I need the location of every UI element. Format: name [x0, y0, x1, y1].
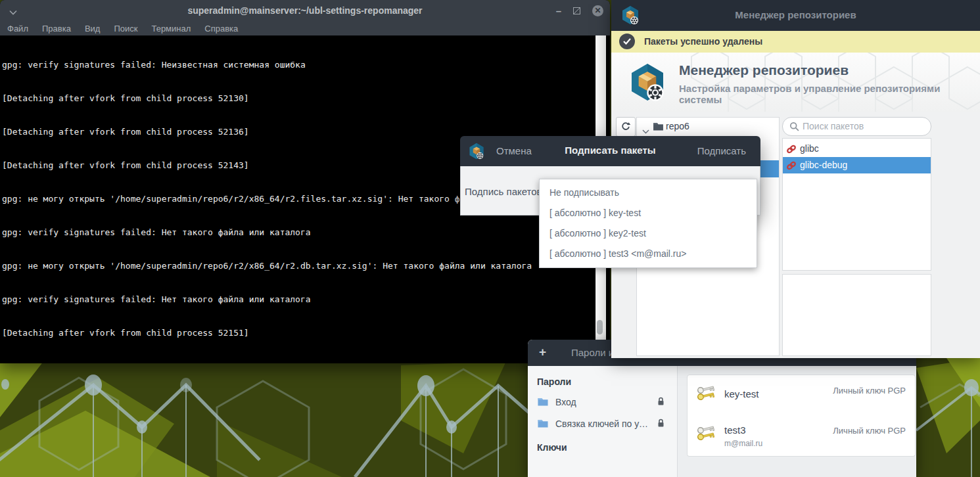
key-pair-icon — [695, 384, 718, 407]
passwords-header: Пароли — [537, 376, 571, 387]
terminal-menubar: Файл Правка Вид Поиск Терминал Справка — [0, 21, 610, 35]
package-row-glibc-debug[interactable]: glibc-debug — [783, 157, 931, 173]
dropdown-option-test3[interactable]: [ абсолютно ] test3 <m@mail.ru> — [540, 244, 757, 264]
sidebar-item-label: Вход — [555, 397, 576, 407]
key-email: m@mail.ru — [724, 439, 762, 448]
package-list: glibc glibc-debug — [782, 138, 931, 271]
sign-button[interactable]: Подписать — [697, 145, 746, 156]
package-detail-panel — [782, 274, 931, 356]
folder-icon — [653, 122, 664, 133]
chevron-down-icon[interactable] — [642, 125, 649, 137]
key-row[interactable]: key-test Личный ключ PGP — [687, 375, 916, 417]
restore-icon[interactable] — [573, 7, 580, 14]
refresh-icon — [620, 120, 631, 133]
key-type: Личный ключ PGP — [833, 386, 906, 396]
keyring-window: + Пароли и ключи Пароли Вход Связка ключ… — [528, 340, 916, 477]
sidebar-item-login[interactable]: Вход — [528, 392, 677, 412]
menu-help[interactable]: Справка — [204, 24, 238, 34]
check-icon — [619, 34, 635, 49]
package-name: glibc-debug — [800, 160, 847, 170]
refresh-button[interactable] — [616, 117, 636, 137]
page-title: Менеджер репозиториев — [679, 62, 849, 78]
key-pair-icon — [695, 424, 718, 447]
terminal-line: [Detaching after vfork from child proces… — [2, 93, 597, 104]
key-row[interactable]: test3 m@mail.ru Личный ключ PGP — [687, 415, 916, 457]
terminal-title: superadmin@mainserver:~/ubl-settings-rep… — [0, 5, 610, 16]
keyring-sidebar: Пароли Вход Связка ключей по умо… — [528, 366, 678, 477]
lock-icon — [657, 397, 665, 409]
terminal-line: gpg: Подпись сделана Пн 07 июл 2025 14:5… — [2, 361, 597, 363]
terminal-line: [Detaching after vfork from child proces… — [2, 327, 597, 338]
folder-icon — [537, 419, 549, 430]
repo-app-icon-large — [626, 61, 668, 106]
package-name: glibc — [800, 143, 819, 154]
keyring-list: key-test Личный ключ PGP — [678, 366, 916, 477]
terminal-titlebar[interactable]: superadmin@mainserver:~/ubl-settings-rep… — [0, 0, 610, 21]
sign-field-label: Подпись пакетов: — [465, 186, 545, 197]
terminal-line: gpg: verify signatures failed: Нет таког… — [2, 294, 597, 305]
sidebar-item-label: Связка ключей по умо… — [555, 419, 654, 429]
key-type: Личный ключ PGP — [833, 426, 906, 436]
key-name: key-test — [724, 388, 759, 399]
package-search-input[interactable]: Поиск пакетов — [782, 117, 931, 136]
menu-terminal[interactable]: Терминал — [151, 24, 191, 34]
page-subtitle: Настройка параметров и управление репози… — [679, 83, 980, 105]
close-icon[interactable]: ✕ — [592, 5, 603, 16]
minimize-icon[interactable]: – — [556, 6, 561, 16]
package-row-glibc[interactable]: glibc — [783, 141, 931, 157]
terminal-line: gpg: не могу открыть '/home/superadmin/r… — [2, 260, 597, 271]
scrollbar-thumb[interactable] — [597, 320, 603, 334]
menu-edit[interactable]: Правка — [42, 24, 71, 34]
repo-titlebar[interactable]: Менеджер репозиториев — [611, 0, 980, 31]
dropdown-option-none[interactable]: Не подписывать — [540, 183, 757, 203]
repo-header-banner: Менеджер репозиториев Настройка параметр… — [611, 53, 980, 112]
search-icon — [789, 122, 799, 134]
dropdown-option-key-test[interactable]: [ абсолютно ] key-test — [540, 203, 757, 223]
terminal-line: gpg: verify signatures failed: Неизвестн… — [2, 59, 597, 70]
terminal-line: gpg: verify signatures failed: Нет таког… — [2, 227, 597, 238]
sidebar-item-default-keyring[interactable]: Связка ключей по умо… — [528, 414, 677, 434]
menu-view[interactable]: Вид — [85, 24, 101, 34]
dropdown-option-key2-test[interactable]: [ абсолютно ] key2-test — [540, 223, 757, 244]
key-name: test3 — [724, 424, 746, 436]
link-icon — [786, 144, 797, 157]
keys-header: Ключи — [537, 442, 567, 453]
notification-bar: Пакеты успешно удалены — [611, 31, 980, 53]
folder-icon — [537, 397, 549, 409]
dialog-header: Отмена Подписать пакеты Подписать — [460, 136, 760, 166]
tree-item-repo6[interactable]: repo6 — [637, 118, 779, 135]
lock-icon — [657, 419, 665, 430]
notification-text: Пакеты успешно удалены — [644, 36, 762, 47]
menu-search[interactable]: Поиск — [114, 24, 137, 34]
menu-file[interactable]: Файл — [7, 24, 28, 34]
desktop-screen: superadmin@mainserver:~/ubl-settings-rep… — [0, 0, 980, 477]
link-icon — [786, 160, 797, 173]
key-select-dropdown: Не подписывать [ абсолютно ] key-test [ … — [539, 179, 757, 268]
repo-window-title: Менеджер репозиториев — [611, 9, 980, 20]
add-key-button[interactable]: + — [539, 345, 546, 359]
tree-item-label: repo6 — [666, 121, 689, 131]
search-placeholder: Поиск пакетов — [803, 121, 864, 131]
